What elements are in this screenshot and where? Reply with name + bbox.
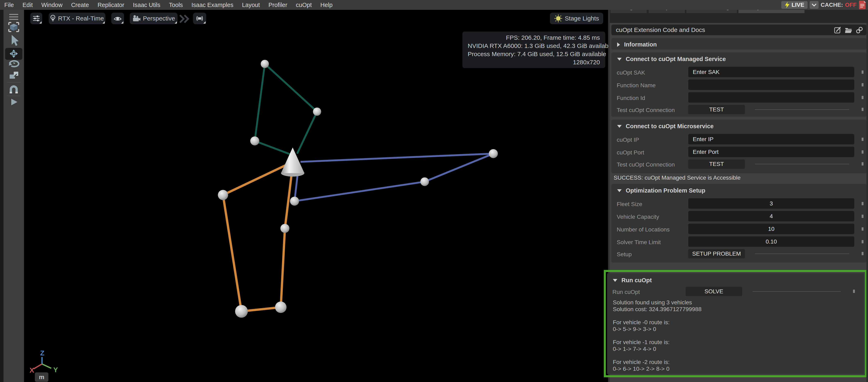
reset-indicator[interactable] <box>862 202 864 205</box>
rotate-tool-icon[interactable] <box>9 61 19 67</box>
live-label: LIVE <box>792 2 804 8</box>
location-node-8[interactable] <box>235 305 248 318</box>
sliders-icon <box>33 15 40 22</box>
test-connection-label: Test cuOpt Connection <box>617 161 675 168</box>
reset-indicator[interactable] <box>862 138 864 141</box>
menu-isaac-examples[interactable]: Isaac Examples <box>187 0 238 10</box>
route-vehicle-0 <box>255 64 317 156</box>
edit-code-icon[interactable] <box>834 26 841 34</box>
result-line: 0-> 6-> 10-> 2-> 8-> 0 <box>613 365 702 372</box>
dropdown-notch <box>121 21 123 24</box>
cuopt-port-input[interactable]: Enter Port <box>688 147 854 157</box>
setup-problem-button[interactable]: SETUP PROBLEM <box>688 249 745 258</box>
live-button[interactable]: LIVE <box>781 1 808 9</box>
location-node-9[interactable] <box>275 301 286 313</box>
reset-indicator[interactable] <box>853 290 855 293</box>
location-node-3[interactable] <box>489 149 498 158</box>
reset-indicator[interactable] <box>862 150 864 154</box>
visibility-button[interactable] <box>111 13 124 24</box>
dropdown-notch <box>203 21 206 24</box>
menu-tools[interactable]: Tools <box>164 0 187 10</box>
location-node-4[interactable] <box>421 178 429 186</box>
scale-tool-icon[interactable] <box>10 72 18 78</box>
result-line: 0-> 5-> 9-> 3-> 0 <box>613 326 702 332</box>
menu-layout[interactable]: Layout <box>238 0 264 10</box>
select-tool-icon[interactable] <box>12 35 19 46</box>
reset-indicator[interactable] <box>862 96 864 99</box>
section-run-cuopt-header[interactable]: Run cuOpt <box>613 277 652 284</box>
solver-time-input[interactable]: 0.10 <box>688 236 854 247</box>
reset-indicator[interactable] <box>862 240 864 243</box>
camera-button[interactable]: Perspective <box>130 13 178 24</box>
snap-tool-icon[interactable] <box>10 87 18 93</box>
reset-indicator[interactable] <box>862 83 864 87</box>
menu-window[interactable]: Window <box>37 0 67 10</box>
menu-file[interactable]: File <box>0 0 18 10</box>
menu-help[interactable]: Help <box>316 0 337 10</box>
expanded-arrow-icon <box>617 58 622 61</box>
function-name-input[interactable] <box>688 79 854 90</box>
stats-gpu: NVIDIA RTX A6000: 1.3 GiB used, 42.3 GiB… <box>468 42 600 50</box>
reset-indicator[interactable] <box>862 108 864 111</box>
stage-lights-button[interactable]: Stage Lights <box>550 13 603 24</box>
panel-title-text: cuOpt Extension Code and Docs <box>611 26 705 33</box>
section-managed-service: Connect to cuOpt Managed Service cuOpt S… <box>611 53 866 117</box>
menu-replicator[interactable]: Replicator <box>93 0 129 10</box>
reset-indicator[interactable] <box>862 252 864 255</box>
section-microservice-header[interactable]: Connect to cuOpt Microservice <box>617 123 714 130</box>
cuopt-ip-input[interactable]: Enter IP <box>688 134 854 145</box>
test-connection-label: Test cuOpt Connection <box>617 107 675 114</box>
menu-profiler[interactable]: Profiler <box>264 0 292 10</box>
cuopt-sak-input[interactable]: Enter SAK <box>688 67 854 77</box>
menu-create[interactable]: Create <box>67 0 93 10</box>
section-run-cuopt-title: Run cuOpt <box>621 277 652 284</box>
units-button[interactable]: m <box>35 372 49 382</box>
eye-icon <box>114 15 122 22</box>
location-node-6[interactable] <box>218 190 228 200</box>
open-folder-icon[interactable] <box>845 26 852 34</box>
menu-edit[interactable]: Edit <box>18 0 37 10</box>
viewport-settings-button[interactable] <box>30 13 42 24</box>
waypoint-button[interactable] <box>193 13 206 24</box>
vehicle-capacity-label: Vehicle Capacity <box>617 214 659 220</box>
section-information-header[interactable]: Information <box>617 41 657 48</box>
location-node-0[interactable] <box>261 60 269 68</box>
live-dropdown-button[interactable] <box>810 1 818 9</box>
link-icon[interactable] <box>856 26 863 34</box>
section-managed-service-title: Connect to cuOpt Managed Service <box>626 56 726 62</box>
play-button-icon[interactable] <box>11 99 18 105</box>
stage-lights-label: Stage Lights <box>565 15 599 22</box>
reset-indicator[interactable] <box>862 215 864 218</box>
panel-scrollbar[interactable] <box>866 23 868 382</box>
toolbar-expand-chevrons-icon[interactable] <box>179 14 190 23</box>
section-optimization-header[interactable]: Optimization Problem Setup <box>617 187 705 194</box>
sun-icon <box>554 14 562 23</box>
solve-button[interactable]: SOLVE <box>686 287 742 296</box>
connection-status-message: SUCCESS: cuOpt Managed Service is Access… <box>614 174 741 181</box>
reset-indicator[interactable] <box>862 70 864 74</box>
fleet-size-input[interactable]: 3 <box>688 198 854 209</box>
menu-cuopt[interactable]: cuOpt <box>292 0 316 10</box>
section-managed-service-header[interactable]: Connect to cuOpt Managed Service <box>617 56 726 62</box>
result-line: For vehicle -0 route is: <box>613 319 702 326</box>
location-node-5[interactable] <box>290 197 299 205</box>
vehicle-capacity-input[interactable]: 4 <box>688 211 854 221</box>
expanded-arrow-icon <box>617 125 622 128</box>
num-locations-input[interactable]: 10 <box>688 224 854 234</box>
reset-indicator[interactable] <box>862 227 864 231</box>
renderer-button[interactable]: RTX - Real-Time <box>49 13 105 24</box>
location-node-2[interactable] <box>250 136 259 146</box>
cache-document-icon[interactable] <box>859 1 866 9</box>
menu-isaac-utils[interactable]: Isaac Utils <box>128 0 164 10</box>
frame-selection-icon[interactable] <box>9 23 19 32</box>
section-information: Information <box>611 38 866 50</box>
location-node-7[interactable] <box>280 224 289 233</box>
test-connection-button[interactable]: TEST <box>688 105 745 114</box>
section-microservice-title: Connect to cuOpt Microservice <box>626 123 714 130</box>
toolbar-menu-icon[interactable] <box>9 14 18 20</box>
test-connection-button[interactable]: TEST <box>688 159 745 169</box>
location-node-1[interactable] <box>313 107 321 116</box>
reset-indicator[interactable] <box>862 162 864 165</box>
cuopt-ip-label: cuOpt IP <box>617 137 639 143</box>
function-id-input[interactable] <box>688 92 854 103</box>
